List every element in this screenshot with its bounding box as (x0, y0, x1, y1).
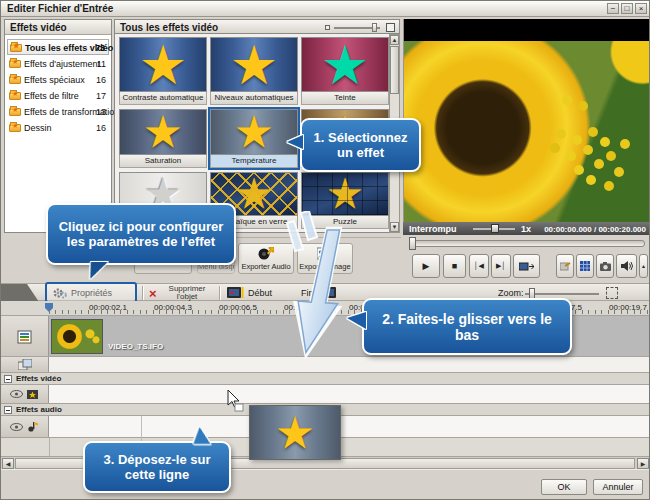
scroll-down-button[interactable]: ▼ (390, 222, 399, 232)
thumbnail-size-slider[interactable] (325, 23, 395, 33)
sidebar-item-transformation[interactable]: Effets de transformation 13 (7, 104, 109, 120)
grid-view-button[interactable] (576, 254, 594, 278)
video-effect-icon (27, 389, 39, 400)
category-panel-header: Effets vidéo (5, 20, 111, 35)
audio-effects-header[interactable] (1, 416, 49, 437)
ruler-label: 00:00:19.7 (609, 303, 647, 312)
audio-effect-icon (27, 421, 39, 432)
close-button[interactable]: × (635, 3, 647, 14)
small-size-icon (325, 25, 330, 30)
large-size-icon (386, 23, 395, 32)
time-display: 00:00:00.000 / 00:00:20.000 (544, 225, 646, 234)
delete-x-icon: × (149, 286, 157, 301)
stop-button[interactable]: ■ (443, 254, 466, 278)
overlay-track-header[interactable] (1, 357, 49, 372)
speed-value: 1x (521, 224, 531, 234)
category-count: 17 (96, 91, 106, 101)
timeline-tab[interactable] (1, 284, 39, 302)
effect-label: Teinte (301, 92, 389, 105)
video-clip-thumbnail[interactable] (51, 319, 103, 354)
star-icon: ★ (277, 410, 313, 456)
prev-frame-button[interactable]: │◀ (469, 254, 489, 278)
scroll-up-button[interactable]: ▲ (390, 35, 399, 45)
proprietes-button[interactable]: Propriétés (71, 288, 112, 298)
effect-tile-contraste-automatique[interactable]: ★ Contraste automatique (119, 37, 207, 105)
title-bar[interactable]: Editer Fichier d'Entrée − □ × (1, 1, 650, 17)
callout-text: 2. Faites-le glisser vers le bas (372, 311, 562, 343)
ruler-label: 00:00:06.5 (219, 303, 257, 312)
callout-drag-down: 2. Faites-le glisser vers le bas (362, 298, 572, 355)
dragged-effect-tile[interactable]: ★ (249, 405, 341, 460)
star-icon: ★ (323, 37, 366, 92)
callout-tail (347, 312, 366, 329)
effect-tile-temperature[interactable]: ★ Température (210, 109, 298, 168)
size-slider-handle[interactable] (372, 23, 377, 32)
playback-status: Interrompu (409, 224, 457, 234)
group-label: Effets audio (16, 405, 62, 414)
effets-video-group[interactable]: Effets vidéo (1, 373, 650, 385)
ruler-label: 00:00:04.3 (154, 303, 192, 312)
divider (49, 438, 50, 456)
callout-text: 1. Sélectionnez un effet (310, 130, 411, 160)
group-label: Effets vidéo (16, 374, 61, 383)
callout-tail (85, 262, 108, 279)
video-effects-track[interactable] (1, 385, 650, 404)
seek-track[interactable] (411, 240, 645, 247)
folder-icon (9, 124, 21, 132)
speed-slider-handle[interactable] (491, 224, 499, 233)
fit-timeline-icon[interactable] (606, 287, 618, 299)
snapshot-button[interactable] (596, 254, 614, 278)
minimize-button[interactable]: − (607, 3, 619, 14)
video-track-header[interactable] (1, 316, 49, 356)
separator (219, 286, 220, 300)
star-icon: ★ (232, 37, 275, 92)
next-frame-button[interactable]: ▶│ (491, 254, 511, 278)
volume-spinner[interactable]: ▲ (639, 254, 648, 278)
playhead-marker[interactable] (45, 303, 53, 312)
sidebar-item-filtre[interactable]: Effets de filtre 17 (7, 88, 109, 104)
clip-icon (16, 329, 34, 344)
scroll-left-button[interactable]: ◀ (2, 458, 14, 469)
supprimer-button[interactable]: Supprimer l'objet (161, 285, 213, 301)
zoom-label: Zoom: (498, 288, 524, 298)
sidebar-item-ajustement[interactable]: Effets d'ajustement 11 (7, 56, 109, 72)
collapse-icon[interactable] (4, 375, 12, 383)
drag-cursor-icon (227, 390, 245, 412)
video-effects-header[interactable] (1, 385, 49, 403)
export-frame-button[interactable] (556, 254, 574, 278)
scrollbar-thumb[interactable] (390, 46, 399, 94)
maximize-button[interactable]: □ (621, 3, 633, 14)
film-icon (519, 262, 534, 271)
sidebar-item-tous-les-effets[interactable]: Tous les effets vidéo 73 (7, 39, 109, 55)
star-icon: ★ (328, 172, 362, 216)
sidebar-item-dessin[interactable]: Dessin 16 (7, 120, 109, 136)
split-frame-button[interactable] (513, 254, 540, 278)
overlay-icon (18, 359, 32, 370)
zoom-slider-track[interactable] (525, 293, 599, 295)
eye-icon (10, 423, 23, 431)
collapse-icon[interactable] (4, 406, 12, 414)
effects-category-panel: Effets vidéo Tous les effets vidéo 73 Ef… (4, 19, 112, 233)
effect-label: Contraste automatique (119, 92, 207, 105)
category-count: 73 (95, 43, 105, 53)
play-button[interactable]: ▶ (412, 254, 440, 278)
seek-handle[interactable] (409, 237, 416, 250)
folder-icon (10, 44, 22, 52)
speaker-icon (621, 261, 633, 271)
debut-button[interactable]: Début (248, 288, 272, 298)
callout-select-effect: 1. Sélectionnez un effet (300, 118, 421, 172)
star-icon: ★ (236, 109, 272, 155)
scroll-right-button[interactable]: ▶ (637, 458, 649, 469)
folder-icon (9, 108, 21, 116)
effect-tile-niveaux-automatiques[interactable]: ★ Niveaux automatiques (210, 37, 298, 105)
seek-bar[interactable] (403, 235, 649, 252)
cancel-button[interactable]: Annuler (593, 479, 643, 495)
sidebar-item-speciaux[interactable]: Effets spéciaux 16 (7, 72, 109, 88)
volume-button[interactable] (616, 254, 637, 278)
camera-icon (600, 262, 611, 271)
effect-tile-saturation[interactable]: ★ Saturation (119, 109, 207, 168)
drag-direction-arrow (273, 211, 365, 366)
category-count: 16 (96, 75, 106, 85)
effect-tile-teinte[interactable]: ★ Teinte (301, 37, 389, 105)
ok-button[interactable]: OK (541, 479, 587, 495)
